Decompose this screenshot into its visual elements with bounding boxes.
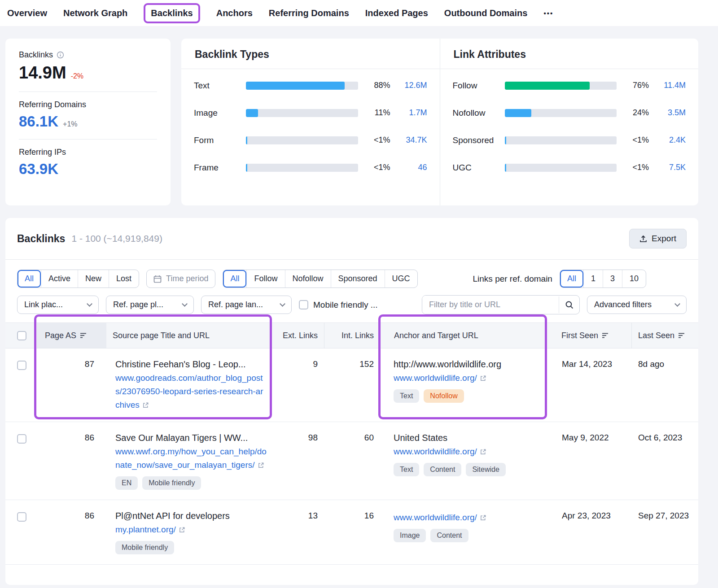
bar	[505, 164, 617, 172]
col-header-last-seen[interactable]: Last Seen	[631, 323, 698, 348]
col-header-page-as[interactable]: Page AS	[37, 323, 106, 348]
filter-type-sponsored[interactable]: Sponsored	[331, 270, 385, 287]
filter-type-nofollow[interactable]: Nofollow	[285, 270, 331, 287]
external-link-icon	[179, 527, 185, 533]
last-seen-value: Oct 6, 2023	[631, 422, 698, 453]
tab-indexed-pages[interactable]: Indexed Pages	[365, 8, 428, 18]
filter-status-lost[interactable]: Lost	[109, 270, 139, 287]
list-range: 1 - 100 (~14,919,849)	[71, 233, 162, 244]
int-links-value: 60	[324, 422, 380, 453]
filter-row-1: All Active New Lost Time period All Foll…	[17, 270, 687, 288]
filter-row-2: Link plac... Ref. page pl... Ref. page l…	[17, 295, 687, 314]
sort-icon[interactable]	[602, 332, 609, 339]
tab-network-graph[interactable]: Network Graph	[63, 8, 127, 18]
advanced-filters-dropdown[interactable]: Advanced filters	[587, 296, 687, 314]
row-checkbox[interactable]	[17, 361, 26, 370]
bar-label: Follow	[453, 81, 501, 91]
ref-page-language-dropdown[interactable]: Ref. page lan...	[201, 296, 292, 314]
bar-value-link[interactable]: 46	[390, 163, 427, 172]
tab-referring-domains[interactable]: Referring Domains	[269, 8, 349, 18]
filter-status-active[interactable]: Active	[41, 270, 78, 287]
referring-domains-change: +1%	[63, 120, 77, 128]
first-seen-value: Mar 14, 2023	[555, 348, 631, 379]
info-icon[interactable]	[57, 51, 64, 59]
source-url-link[interactable]: www.goodreads.com/author_blog_posts/2307…	[115, 371, 267, 412]
row-checkbox[interactable]	[17, 512, 26, 522]
col-header-int-links[interactable]: Int. Links	[324, 323, 380, 348]
target-url-link[interactable]: www.worldwildlife.org/	[394, 371, 542, 385]
bar-percent: <1%	[362, 135, 390, 145]
nofollow-badge: Nofollow	[424, 389, 464, 403]
bar-value-link[interactable]: 11.4M	[649, 81, 686, 90]
status-filter-group: All Active New Lost	[17, 270, 139, 288]
filter-type-all[interactable]: All	[223, 270, 246, 287]
bar-percent: 88%	[362, 81, 390, 90]
bar-value-link[interactable]: 34.7K	[390, 135, 427, 145]
mobile-friendly-filter[interactable]: Mobile friendly ...	[299, 300, 378, 310]
more-tabs-icon[interactable]: •••	[543, 9, 553, 17]
tab-anchors[interactable]: Anchors	[216, 8, 253, 18]
tab-outbound-domains[interactable]: Outbound Domains	[444, 8, 528, 18]
link-type-badge: Text	[394, 463, 419, 476]
links-per-domain-all[interactable]: All	[560, 270, 583, 287]
referring-domains-value[interactable]: 86.1K	[19, 113, 58, 130]
target-url-link[interactable]: www.worldwildlife.org/	[394, 511, 542, 524]
tab-backlinks[interactable]: Backlinks	[144, 3, 200, 23]
ref-page-platform-dropdown[interactable]: Ref. page pl...	[106, 296, 194, 314]
link-attributes-title: Link Attributes	[440, 39, 699, 69]
col-header-anchor-target[interactable]: Anchor and Target URL	[380, 323, 555, 348]
chevron-down-icon	[280, 301, 285, 307]
first-seen-value: Apr 23, 2023	[555, 500, 631, 531]
filters: All Active New Lost Time period All Foll…	[5, 260, 698, 314]
title-url-filter	[422, 295, 580, 314]
bar-value-link[interactable]: 1.7M	[390, 108, 427, 118]
links-per-domain-1[interactable]: 1	[583, 270, 603, 287]
tab-overview[interactable]: Overview	[7, 8, 47, 18]
page-as-value: 87	[37, 348, 106, 379]
time-period-button[interactable]: Time period	[146, 270, 215, 288]
link-attr-row-sponsored: Sponsored <1% 2.4K	[440, 126, 699, 154]
mobile-friendly-checkbox[interactable]	[299, 300, 308, 309]
sort-icon[interactable]	[678, 332, 685, 339]
bar-value-link[interactable]: 12.6M	[390, 81, 427, 90]
filter-status-new[interactable]: New	[78, 270, 109, 287]
backlinks-table: Page AS Source page Title and URL Ext. L…	[5, 322, 698, 565]
referring-ips-value[interactable]: 63.9K	[19, 161, 58, 178]
sitewide-badge: Sitewide	[466, 463, 505, 476]
first-seen-value: May 9, 2022	[555, 422, 631, 453]
ext-links-value: 13	[275, 500, 324, 531]
search-input[interactable]	[422, 296, 559, 314]
content-badge: Content	[424, 463, 461, 476]
export-button[interactable]: Export	[629, 229, 687, 248]
source-url-link[interactable]: my.plantnet.org/	[115, 523, 267, 536]
filter-type-follow[interactable]: Follow	[246, 270, 285, 287]
filter-status-all[interactable]: All	[18, 270, 41, 287]
backlinks-stat-label: Backlinks	[19, 50, 53, 60]
target-url-link[interactable]: www.worldwildlife.org/	[394, 445, 542, 458]
table-header-row: Page AS Source page Title and URL Ext. L…	[5, 322, 698, 348]
select-all-checkbox[interactable]	[17, 331, 26, 340]
search-button[interactable]	[559, 296, 579, 313]
links-per-domain-10[interactable]: 10	[622, 270, 646, 287]
bar-value-link[interactable]: 3.5M	[649, 108, 686, 118]
col-header-ext-links[interactable]: Ext. Links	[275, 323, 324, 348]
sort-icon[interactable]	[80, 332, 87, 339]
backlinks-list-panel: Backlinks 1 - 100 (~14,919,849) Export A…	[5, 218, 698, 585]
row-checkbox[interactable]	[17, 434, 26, 444]
table-row: 86 Pl@ntNet API for developers my.plantn…	[5, 500, 698, 565]
col-header-source[interactable]: Source page Title and URL	[106, 323, 275, 348]
filter-type-ugc[interactable]: UGC	[385, 270, 417, 287]
col-header-first-seen[interactable]: First Seen	[555, 323, 631, 348]
int-links-value: 16	[324, 500, 380, 531]
int-links-value: 152	[324, 348, 380, 379]
backlink-types-panel: Backlink Types Text 88% 12.6M Image 11% …	[181, 39, 440, 205]
link-placement-label: Link plac...	[24, 300, 63, 309]
bar-value-link[interactable]: 2.4K	[649, 135, 686, 145]
bar-value-link[interactable]: 7.5K	[649, 163, 686, 172]
link-placement-dropdown[interactable]: Link plac...	[17, 296, 99, 314]
source-url-link[interactable]: www.wwf.org.my/how_you_can_help/donate_n…	[115, 445, 267, 472]
links-per-domain-group: All 1 3 10	[560, 270, 646, 288]
links-per-domain-3[interactable]: 3	[603, 270, 622, 287]
referring-domains-label: Referring Domains	[19, 100, 86, 109]
chevron-down-icon	[87, 301, 92, 307]
